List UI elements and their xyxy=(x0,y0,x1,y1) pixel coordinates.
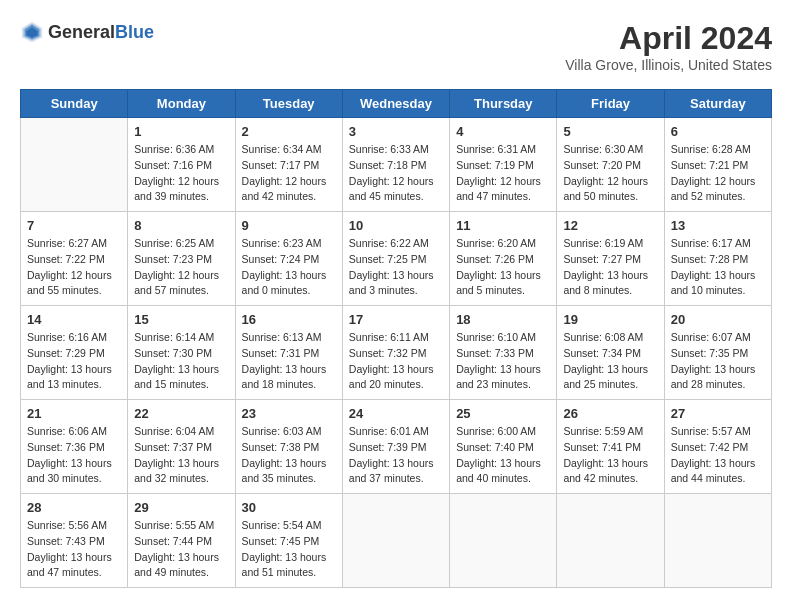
calendar-day: 16Sunrise: 6:13 AMSunset: 7:31 PMDayligh… xyxy=(235,306,342,400)
weekday-header: Sunday xyxy=(21,90,128,118)
weekday-header: Thursday xyxy=(450,90,557,118)
day-number: 13 xyxy=(671,218,765,233)
calendar-day: 15Sunrise: 6:14 AMSunset: 7:30 PMDayligh… xyxy=(128,306,235,400)
day-info: Sunrise: 6:13 AMSunset: 7:31 PMDaylight:… xyxy=(242,330,336,393)
day-info: Sunrise: 6:31 AMSunset: 7:19 PMDaylight:… xyxy=(456,142,550,205)
weekday-header: Friday xyxy=(557,90,664,118)
calendar-day: 11Sunrise: 6:20 AMSunset: 7:26 PMDayligh… xyxy=(450,212,557,306)
calendar-day xyxy=(664,494,771,588)
day-number: 8 xyxy=(134,218,228,233)
calendar-day xyxy=(21,118,128,212)
day-number: 5 xyxy=(563,124,657,139)
calendar-title: April 2024 xyxy=(565,20,772,57)
day-info: Sunrise: 6:19 AMSunset: 7:27 PMDaylight:… xyxy=(563,236,657,299)
day-number: 10 xyxy=(349,218,443,233)
calendar-day: 25Sunrise: 6:00 AMSunset: 7:40 PMDayligh… xyxy=(450,400,557,494)
day-info: Sunrise: 5:57 AMSunset: 7:42 PMDaylight:… xyxy=(671,424,765,487)
calendar-day: 23Sunrise: 6:03 AMSunset: 7:38 PMDayligh… xyxy=(235,400,342,494)
day-info: Sunrise: 6:22 AMSunset: 7:25 PMDaylight:… xyxy=(349,236,443,299)
day-info: Sunrise: 6:14 AMSunset: 7:30 PMDaylight:… xyxy=(134,330,228,393)
calendar-day: 18Sunrise: 6:10 AMSunset: 7:33 PMDayligh… xyxy=(450,306,557,400)
day-number: 26 xyxy=(563,406,657,421)
day-info: Sunrise: 6:11 AMSunset: 7:32 PMDaylight:… xyxy=(349,330,443,393)
day-info: Sunrise: 6:27 AMSunset: 7:22 PMDaylight:… xyxy=(27,236,121,299)
day-number: 3 xyxy=(349,124,443,139)
calendar-day: 20Sunrise: 6:07 AMSunset: 7:35 PMDayligh… xyxy=(664,306,771,400)
day-number: 18 xyxy=(456,312,550,327)
day-number: 16 xyxy=(242,312,336,327)
logo-icon xyxy=(20,20,44,44)
day-info: Sunrise: 6:34 AMSunset: 7:17 PMDaylight:… xyxy=(242,142,336,205)
day-number: 15 xyxy=(134,312,228,327)
calendar-day: 26Sunrise: 5:59 AMSunset: 7:41 PMDayligh… xyxy=(557,400,664,494)
calendar-day: 13Sunrise: 6:17 AMSunset: 7:28 PMDayligh… xyxy=(664,212,771,306)
day-info: Sunrise: 6:04 AMSunset: 7:37 PMDaylight:… xyxy=(134,424,228,487)
week-row: 14Sunrise: 6:16 AMSunset: 7:29 PMDayligh… xyxy=(21,306,772,400)
calendar-day: 5Sunrise: 6:30 AMSunset: 7:20 PMDaylight… xyxy=(557,118,664,212)
day-number: 25 xyxy=(456,406,550,421)
week-row: 1Sunrise: 6:36 AMSunset: 7:16 PMDaylight… xyxy=(21,118,772,212)
day-info: Sunrise: 6:28 AMSunset: 7:21 PMDaylight:… xyxy=(671,142,765,205)
day-number: 29 xyxy=(134,500,228,515)
calendar-day: 27Sunrise: 5:57 AMSunset: 7:42 PMDayligh… xyxy=(664,400,771,494)
day-info: Sunrise: 5:56 AMSunset: 7:43 PMDaylight:… xyxy=(27,518,121,581)
day-number: 11 xyxy=(456,218,550,233)
day-info: Sunrise: 6:17 AMSunset: 7:28 PMDaylight:… xyxy=(671,236,765,299)
weekday-header: Tuesday xyxy=(235,90,342,118)
day-info: Sunrise: 6:08 AMSunset: 7:34 PMDaylight:… xyxy=(563,330,657,393)
day-info: Sunrise: 6:01 AMSunset: 7:39 PMDaylight:… xyxy=(349,424,443,487)
calendar-day: 3Sunrise: 6:33 AMSunset: 7:18 PMDaylight… xyxy=(342,118,449,212)
calendar-subtitle: Villa Grove, Illinois, United States xyxy=(565,57,772,73)
week-row: 7Sunrise: 6:27 AMSunset: 7:22 PMDaylight… xyxy=(21,212,772,306)
day-number: 12 xyxy=(563,218,657,233)
day-number: 20 xyxy=(671,312,765,327)
day-info: Sunrise: 6:30 AMSunset: 7:20 PMDaylight:… xyxy=(563,142,657,205)
day-number: 14 xyxy=(27,312,121,327)
day-number: 28 xyxy=(27,500,121,515)
day-info: Sunrise: 5:55 AMSunset: 7:44 PMDaylight:… xyxy=(134,518,228,581)
calendar-day: 10Sunrise: 6:22 AMSunset: 7:25 PMDayligh… xyxy=(342,212,449,306)
calendar-day: 4Sunrise: 6:31 AMSunset: 7:19 PMDaylight… xyxy=(450,118,557,212)
day-number: 2 xyxy=(242,124,336,139)
day-number: 7 xyxy=(27,218,121,233)
day-info: Sunrise: 6:03 AMSunset: 7:38 PMDaylight:… xyxy=(242,424,336,487)
title-block: April 2024 Villa Grove, Illinois, United… xyxy=(565,20,772,73)
calendar-day: 14Sunrise: 6:16 AMSunset: 7:29 PMDayligh… xyxy=(21,306,128,400)
day-number: 19 xyxy=(563,312,657,327)
logo: GeneralBlue xyxy=(20,20,154,44)
day-info: Sunrise: 6:07 AMSunset: 7:35 PMDaylight:… xyxy=(671,330,765,393)
calendar-day xyxy=(557,494,664,588)
day-info: Sunrise: 6:23 AMSunset: 7:24 PMDaylight:… xyxy=(242,236,336,299)
week-row: 21Sunrise: 6:06 AMSunset: 7:36 PMDayligh… xyxy=(21,400,772,494)
calendar-day: 9Sunrise: 6:23 AMSunset: 7:24 PMDaylight… xyxy=(235,212,342,306)
calendar-table: SundayMondayTuesdayWednesdayThursdayFrid… xyxy=(20,89,772,588)
day-info: Sunrise: 6:36 AMSunset: 7:16 PMDaylight:… xyxy=(134,142,228,205)
day-info: Sunrise: 6:33 AMSunset: 7:18 PMDaylight:… xyxy=(349,142,443,205)
day-number: 30 xyxy=(242,500,336,515)
day-number: 22 xyxy=(134,406,228,421)
day-number: 17 xyxy=(349,312,443,327)
day-info: Sunrise: 6:10 AMSunset: 7:33 PMDaylight:… xyxy=(456,330,550,393)
weekday-header: Monday xyxy=(128,90,235,118)
calendar-day xyxy=(342,494,449,588)
calendar-day: 22Sunrise: 6:04 AMSunset: 7:37 PMDayligh… xyxy=(128,400,235,494)
day-number: 4 xyxy=(456,124,550,139)
week-row: 28Sunrise: 5:56 AMSunset: 7:43 PMDayligh… xyxy=(21,494,772,588)
day-number: 24 xyxy=(349,406,443,421)
weekday-header: Saturday xyxy=(664,90,771,118)
day-number: 9 xyxy=(242,218,336,233)
calendar-day: 8Sunrise: 6:25 AMSunset: 7:23 PMDaylight… xyxy=(128,212,235,306)
calendar-day: 2Sunrise: 6:34 AMSunset: 7:17 PMDaylight… xyxy=(235,118,342,212)
day-number: 27 xyxy=(671,406,765,421)
calendar-day: 7Sunrise: 6:27 AMSunset: 7:22 PMDaylight… xyxy=(21,212,128,306)
day-info: Sunrise: 6:16 AMSunset: 7:29 PMDaylight:… xyxy=(27,330,121,393)
day-info: Sunrise: 5:59 AMSunset: 7:41 PMDaylight:… xyxy=(563,424,657,487)
day-number: 6 xyxy=(671,124,765,139)
calendar-day: 19Sunrise: 6:08 AMSunset: 7:34 PMDayligh… xyxy=(557,306,664,400)
day-info: Sunrise: 6:25 AMSunset: 7:23 PMDaylight:… xyxy=(134,236,228,299)
calendar-day: 28Sunrise: 5:56 AMSunset: 7:43 PMDayligh… xyxy=(21,494,128,588)
day-info: Sunrise: 6:00 AMSunset: 7:40 PMDaylight:… xyxy=(456,424,550,487)
day-info: Sunrise: 6:20 AMSunset: 7:26 PMDaylight:… xyxy=(456,236,550,299)
calendar-day: 24Sunrise: 6:01 AMSunset: 7:39 PMDayligh… xyxy=(342,400,449,494)
day-number: 23 xyxy=(242,406,336,421)
